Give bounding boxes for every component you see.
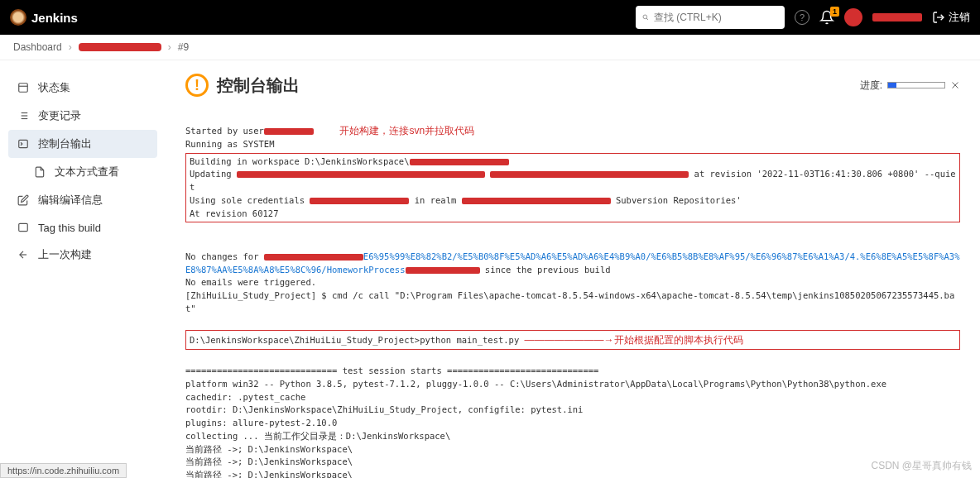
svg-rect-3 — [19, 84, 28, 93]
svg-point-0 — [643, 15, 647, 19]
logout-icon — [932, 11, 945, 24]
cancel-build-icon[interactable] — [950, 80, 960, 90]
redacted — [406, 267, 480, 274]
brand-name: Jenkins — [31, 11, 78, 25]
status-icon — [17, 81, 30, 94]
sidebar-item-prev-build[interactable]: 上一次构建 — [8, 241, 157, 269]
sidebar: 状态集 变更记录 控制台输出 文本方式查看 编辑编译信息 Tag this bu… — [0, 60, 166, 478]
redacted — [264, 254, 363, 261]
redacted — [237, 171, 485, 178]
changes-icon — [17, 109, 30, 122]
redacted — [310, 198, 409, 204]
annotation-box-script: D:\JenkinsWorkspace\ZhiHuiLiu_Study_Proj… — [185, 330, 960, 350]
redacted — [264, 128, 314, 135]
redacted — [410, 159, 509, 165]
console-icon — [17, 137, 30, 151]
progress-label: 进度: — [860, 79, 882, 93]
annotation-start-build: 开始构建，连接svn并拉取代码 — [339, 125, 474, 136]
breadcrumb-job-redacted[interactable] — [79, 43, 161, 51]
user-avatar[interactable] — [844, 8, 862, 26]
notification-badge: 1 — [830, 7, 839, 17]
edit-icon — [17, 194, 30, 207]
arrow-left-icon — [17, 248, 30, 261]
watermark: CSDN @星哥真帅有钱 — [871, 459, 972, 473]
sidebar-item-plaintext[interactable]: 文本方式查看 — [8, 158, 157, 186]
notifications-button[interactable]: 1 — [819, 10, 834, 25]
breadcrumb-root[interactable]: Dashboard — [13, 41, 62, 53]
search-box[interactable] — [636, 6, 785, 29]
brand-logo[interactable]: Jenkins — [10, 9, 78, 26]
console-output: Started by user 开始构建，连接svn并拉取代码 Running … — [185, 110, 960, 478]
annotation-box-svn: Building in workspace D:\JenkinsWorkspac… — [185, 153, 960, 223]
svg-rect-11 — [19, 140, 28, 147]
search-input[interactable] — [654, 12, 778, 23]
annotation-script-exec: 开始根据配置的脚本执行代码 — [614, 334, 743, 346]
jenkins-logo-icon — [10, 9, 26, 26]
warning-icon: ! — [185, 74, 209, 97]
main-content: ! 控制台输出 进度: Started by user 开始构建，连接svn并拉… — [166, 60, 980, 478]
breadcrumb: Dashboard › › #9 — [0, 35, 980, 60]
breadcrumb-build[interactable]: #9 — [178, 41, 189, 53]
top-bar: Jenkins ? 1 注销 — [0, 0, 980, 35]
document-icon — [33, 165, 46, 179]
sidebar-item-console[interactable]: 控制台输出 — [8, 130, 157, 158]
sidebar-item-edit-build-info[interactable]: 编辑编译信息 — [8, 186, 157, 214]
username-redacted — [872, 13, 922, 22]
svg-rect-12 — [19, 223, 28, 231]
chevron-right-icon: › — [168, 41, 171, 53]
logout-link[interactable]: 注销 — [932, 10, 970, 25]
chevron-right-icon: › — [69, 41, 72, 53]
search-icon — [642, 12, 649, 23]
help-icon[interactable]: ? — [795, 10, 809, 25]
page-title: 控制台输出 — [217, 74, 300, 97]
sidebar-item-tag-build[interactable]: Tag this build — [8, 214, 157, 241]
svg-line-1 — [646, 18, 648, 20]
progress-bar[interactable] — [887, 82, 945, 88]
progress-area: 进度: — [860, 79, 960, 93]
redacted — [462, 198, 611, 204]
tag-icon — [17, 221, 30, 234]
browser-status-bar: https://in.code.zhihuiliu.com — [0, 463, 127, 478]
sidebar-item-status[interactable]: 状态集 — [8, 74, 157, 102]
redacted — [490, 171, 689, 178]
sidebar-item-changes[interactable]: 变更记录 — [8, 102, 157, 130]
